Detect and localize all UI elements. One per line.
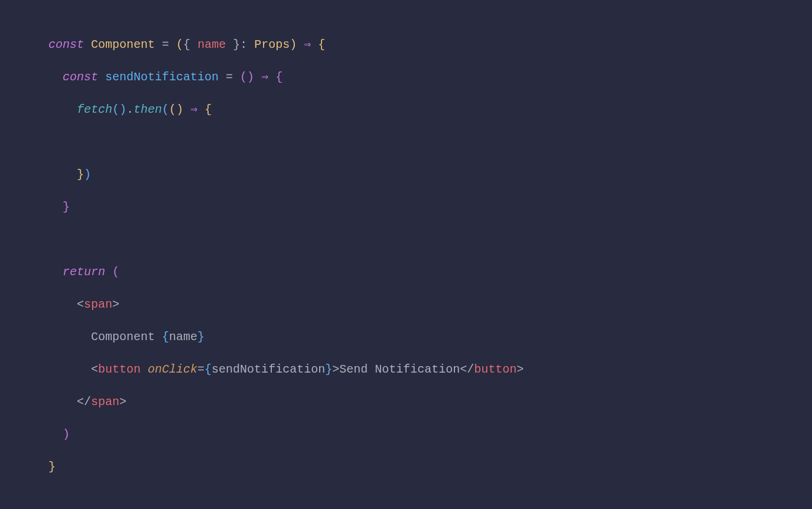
paren-close: ) (247, 70, 254, 84)
fn-call-then: then (134, 103, 162, 116)
paren-close: ) (63, 428, 70, 441)
arrow-fn: ⇒ (190, 103, 197, 116)
brace-close: } (63, 200, 70, 214)
angle-open: < (77, 298, 84, 311)
jsx-expr-name: name (169, 330, 197, 344)
jsx-expr-close: } (325, 363, 332, 376)
paren-close: ) (119, 103, 126, 116)
keyword-return: return (63, 265, 105, 279)
paren-open: ( (162, 103, 169, 116)
operator-eq: = (155, 38, 176, 51)
brace-close: } (233, 38, 240, 51)
keyword-const: const (63, 70, 98, 84)
identifier-sendnotif-ref: sendNotification (212, 363, 325, 376)
brace-open: { (275, 70, 282, 84)
angle-close: > (332, 363, 339, 376)
brace-open: { (318, 38, 325, 51)
jsx-expr-open: { (204, 363, 212, 376)
paren-open: ( (240, 70, 247, 84)
angle-open: </ (460, 363, 474, 376)
angle-open: < (91, 363, 98, 376)
identifier-component: Component (91, 38, 155, 51)
paren-open: ( (176, 38, 183, 51)
brace-close: } (48, 460, 56, 474)
angle-close: > (112, 298, 119, 311)
angle-open: </ (77, 395, 91, 409)
paren-close: ) (176, 103, 183, 116)
jsx-expr-open: { (162, 330, 169, 344)
brace-close: } (77, 168, 84, 181)
code-block: const Component = ({ name }: Props) ⇒ { … (0, 0, 812, 509)
paren-close: ) (290, 38, 297, 51)
brace-open: { (183, 38, 190, 51)
jsx-tag-span-close: span (91, 395, 119, 409)
arrow-fn: ⇒ (304, 38, 311, 51)
jsx-button-text: Send Notification (339, 363, 460, 376)
paren-close: ) (84, 168, 91, 181)
type-props: Props (254, 38, 290, 51)
jsx-expr-close: } (197, 330, 204, 344)
angle-close: > (119, 395, 126, 409)
identifier-sendnotif: sendNotification (105, 70, 219, 84)
jsx-tag-button: button (98, 363, 141, 376)
jsx-text: Component (48, 330, 162, 344)
colon: : (240, 38, 254, 51)
dot: . (126, 103, 134, 116)
eq: = (197, 363, 204, 376)
jsx-attr-onclick: onClick (148, 363, 197, 376)
fn-call-fetch: fetch (77, 103, 112, 116)
jsx-tag-span: span (84, 298, 112, 311)
paren-open: ( (112, 103, 119, 116)
brace-open: { (204, 103, 212, 116)
operator-eq: = (219, 70, 240, 84)
param-name: name (197, 38, 226, 51)
arrow-fn: ⇒ (261, 70, 268, 84)
keyword-const: const (48, 38, 84, 51)
paren-open: ( (169, 103, 176, 116)
angle-close: > (517, 363, 524, 376)
paren-open: ( (112, 265, 119, 279)
jsx-tag-button-close: button (474, 363, 517, 376)
